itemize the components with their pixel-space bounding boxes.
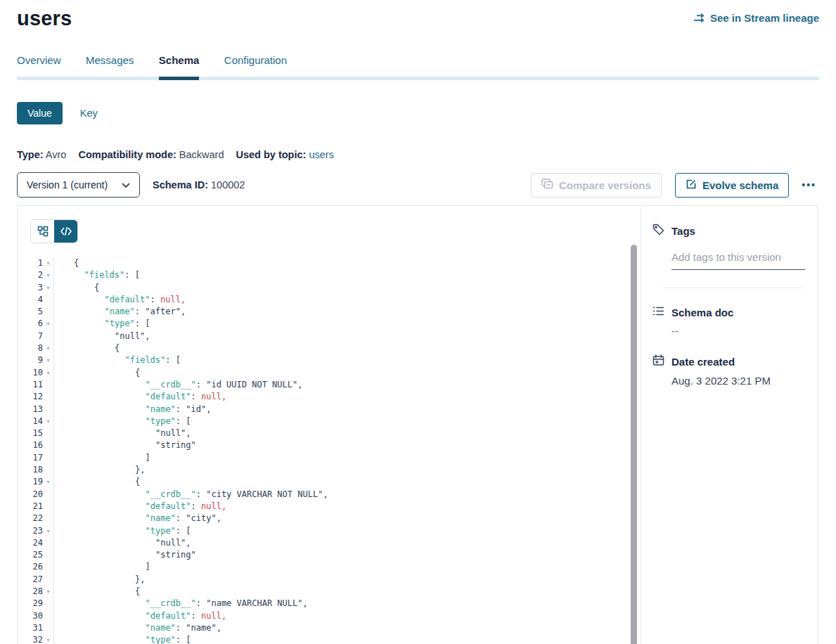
evolve-schema-button[interactable]: Evolve schema <box>675 173 789 198</box>
fold-spacer <box>43 379 53 391</box>
fold-arrow-icon[interactable]: ▾ <box>43 318 53 330</box>
tree-view-button[interactable] <box>31 220 54 243</box>
fold-arrow-icon[interactable]: ▾ <box>43 282 53 294</box>
line-gutter: 30 <box>18 610 54 622</box>
code-text: { <box>54 342 120 354</box>
fold-spacer <box>43 427 53 439</box>
type-value: Avro <box>46 149 67 160</box>
fold-arrow-icon[interactable]: ▾ <box>43 342 53 354</box>
code-text: ] <box>54 561 150 573</box>
line-gutter: 8▾ <box>18 342 54 354</box>
line-gutter: 19▾ <box>18 476 54 488</box>
line-number: 30 <box>18 610 43 622</box>
line-number: 32 <box>18 634 43 644</box>
tab-messages[interactable]: Messages <box>86 54 134 77</box>
line-number: 8 <box>18 342 43 354</box>
type-label: Type: <box>17 149 44 160</box>
code-text: ] <box>54 452 150 464</box>
fold-spacer <box>43 622 53 634</box>
fold-arrow-icon[interactable]: ▾ <box>43 634 53 644</box>
line-number: 21 <box>18 501 43 513</box>
fold-spacer <box>43 610 53 622</box>
calendar-plus-icon <box>652 354 664 368</box>
editor-scrollbar-thumb[interactable] <box>631 245 637 644</box>
compatibility-mode: Compatibility mode: Backward <box>78 149 224 160</box>
fold-spacer <box>43 294 53 306</box>
value-toggle-button[interactable]: Value <box>17 102 63 124</box>
date-created-heading: Date created <box>652 354 805 368</box>
fold-arrow-icon[interactable]: ▾ <box>43 525 53 537</box>
schema-doc-heading: Schema doc <box>652 306 805 318</box>
code-line: 13"name": "id", <box>18 404 641 416</box>
topic-link[interactable]: users <box>309 149 333 160</box>
code-line: 26] <box>18 561 641 573</box>
code-text: "type": [ <box>54 318 150 330</box>
line-number: 19 <box>18 476 43 488</box>
fold-arrow-icon[interactable]: ▾ <box>43 354 53 366</box>
code-line: 29"__crdb__": "name VARCHAR NULL", <box>18 598 641 610</box>
fold-spacer <box>43 501 53 513</box>
schema-page: users See in Stream lineage Overview Mes… <box>0 0 836 644</box>
line-number: 14 <box>18 416 43 427</box>
tags-heading: Tags <box>652 224 805 238</box>
line-number: 23 <box>18 525 43 537</box>
add-tags-input[interactable] <box>671 248 805 270</box>
schema-type: Type: Avro <box>17 149 66 160</box>
sidebar-divider <box>662 288 805 288</box>
schema-sidebar: Tags Schema doc -- <box>641 206 818 644</box>
fold-spacer <box>43 330 53 342</box>
schema-id: Schema ID: 100002 <box>153 179 245 191</box>
fold-spacer <box>43 464 53 476</box>
code-text: "fields": [ <box>54 269 140 281</box>
key-toggle-button[interactable]: Key <box>80 108 98 119</box>
used-by-topic: Used by topic: users <box>236 149 333 160</box>
line-gutter: 22 <box>18 513 54 524</box>
fold-spacer <box>43 549 53 561</box>
code-line: 27}, <box>18 574 641 586</box>
code-line: 16"string" <box>18 439 641 451</box>
code-text: { <box>54 257 79 269</box>
list-icon <box>652 306 664 318</box>
fold-arrow-icon[interactable]: ▾ <box>43 416 53 427</box>
version-select[interactable]: Version 1 (current) <box>17 172 140 198</box>
line-gutter: 25 <box>18 549 54 561</box>
value-key-toggle: Value Key <box>17 102 819 124</box>
schema-doc-value: -- <box>671 325 805 337</box>
line-number: 17 <box>18 452 43 464</box>
more-options-button[interactable]: ••• <box>799 176 819 193</box>
line-number: 1 <box>18 257 43 269</box>
schema-json-viewer: 1▾{2▾"fields": [3▾{4"default": null,5"na… <box>18 257 641 644</box>
fold-arrow-icon[interactable]: ▾ <box>43 586 53 598</box>
tags-title: Tags <box>671 225 695 237</box>
see-in-stream-lineage-link[interactable]: See in Stream lineage <box>693 12 819 24</box>
code-line: 19▾{ <box>18 476 641 488</box>
code-text: "type": [ <box>54 634 191 644</box>
line-number: 5 <box>18 306 43 318</box>
code-line: 15"null", <box>18 427 641 439</box>
line-gutter: 16 <box>18 439 54 451</box>
tab-configuration[interactable]: Configuration <box>224 54 287 77</box>
code-view-button[interactable] <box>54 220 77 243</box>
schema-id-value: 100002 <box>211 179 245 191</box>
line-gutter: 29 <box>18 598 54 610</box>
code-text: "default": null, <box>54 610 226 622</box>
chevron-down-icon <box>122 179 130 191</box>
evolve-schema-label: Evolve schema <box>702 179 778 191</box>
code-text: }, <box>54 574 145 586</box>
compare-versions-button[interactable]: Compare versions <box>531 173 662 198</box>
tab-overview[interactable]: Overview <box>17 54 61 77</box>
code-text: "string" <box>54 439 196 451</box>
code-line: 25"string" <box>18 549 641 561</box>
tab-schema[interactable]: Schema <box>159 54 200 77</box>
code-text: "type": [ <box>54 525 191 537</box>
fold-arrow-icon[interactable]: ▾ <box>43 367 53 379</box>
code-text: "name": "city", <box>54 513 221 524</box>
line-number: 16 <box>18 439 43 451</box>
code-line: 20"__crdb__": "city VARCHAR NOT NULL", <box>18 489 641 501</box>
fold-arrow-icon[interactable]: ▾ <box>43 257 53 269</box>
page-title: users <box>17 7 72 30</box>
fold-arrow-icon[interactable]: ▾ <box>43 476 53 488</box>
schema-doc-title: Schema doc <box>671 307 733 318</box>
code-line: 5"name": "after", <box>18 306 641 318</box>
fold-arrow-icon[interactable]: ▾ <box>43 269 53 281</box>
